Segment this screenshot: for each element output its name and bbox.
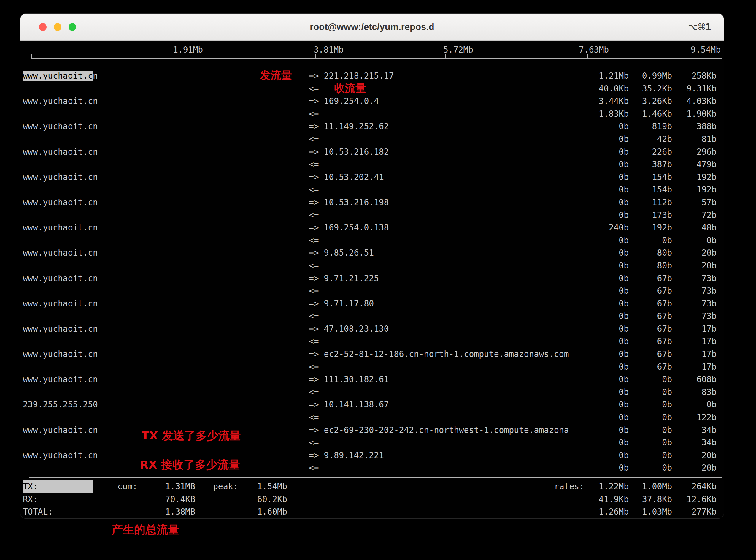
- source-host: www.yuchaoit.cn: [23, 120, 309, 133]
- peak-label: [213, 493, 240, 506]
- rx-arrow: <=: [309, 361, 584, 374]
- tx-line: www.yuchaoit.cn => 11.149.252.62 0b 819b…: [23, 120, 716, 133]
- rx-rate-10s: 154b: [629, 183, 672, 196]
- spacer: [92, 480, 118, 493]
- rx-rate-40s: 20b: [672, 260, 716, 272]
- tx-rate-40s: 608b: [672, 373, 716, 386]
- tx-rate-40s: 20b: [672, 449, 716, 462]
- rx-line: <= 0b 80b 20b: [23, 260, 716, 272]
- rx-arrow: <=: [309, 462, 584, 475]
- terminal-content[interactable]: 1.91Mb3.81Mb5.72Mb7.63Mb9.54Mb 发流量 收流量 T…: [20, 41, 724, 519]
- tx-rate-10s: 0b: [629, 449, 672, 462]
- tx-line: www.yuchaoit.cn => 9.85.26.51 0b 80b 20b: [23, 247, 716, 260]
- cum-value: 1.31MB: [142, 480, 195, 493]
- tx-rate-10s: 192b: [629, 221, 672, 234]
- rate-10s: 37.8Kb: [629, 493, 672, 506]
- peak-label: peak:: [213, 480, 240, 493]
- source-host: www.yuchaoit.cn: [23, 298, 309, 310]
- rx-rate-10s: 80b: [629, 260, 672, 272]
- tx-rate-40s: 0b: [672, 398, 716, 411]
- tx-arrow-destination: => 10.53.216.182: [309, 146, 584, 159]
- tx-line: www.yuchaoit.cn => 10.53.202.41 0b 154b …: [23, 171, 716, 184]
- connection-list: 发流量 收流量 TX 发送了多少流量 RX 接收了多少流量 www.yuchao…: [23, 70, 716, 475]
- rx-rate-2s: 0b: [584, 183, 629, 196]
- tx-line: www.yuchaoit.cn => 221.218.215.17 1.21Mb…: [23, 70, 716, 83]
- rx-rate-2s: 0b: [584, 310, 629, 323]
- minimize-button[interactable]: [54, 23, 61, 31]
- source-host-spacer: [23, 386, 309, 399]
- source-host: www.yuchaoit.cn: [23, 196, 309, 209]
- screen: root@www:/etc/yum.repos.d ⌥⌘1 1.91Mb3.81…: [0, 0, 756, 560]
- rx-rate-10s: 67b: [629, 285, 672, 298]
- peak-value: 60.2Kb: [240, 493, 287, 506]
- cum-value: 70.4KB: [142, 493, 195, 506]
- tx-rate-2s: 0b: [584, 171, 629, 184]
- rx-rate-2s: 0b: [584, 209, 629, 222]
- bandwidth-scale-ruler: 1.91Mb3.81Mb5.72Mb7.63Mb9.54Mb: [23, 41, 716, 70]
- scale-tick: [587, 54, 588, 59]
- rx-rate-2s: 0b: [584, 386, 629, 399]
- scale-line: [31, 59, 722, 59]
- window-shortcut-badge: ⌥⌘1: [688, 14, 711, 40]
- rate-2s: 41.9Kb: [584, 493, 629, 506]
- summary-label: RX:: [23, 493, 92, 506]
- tx-line: www.yuchaoit.cn => 9.71.17.80 0b 67b 73b: [23, 298, 716, 310]
- rx-rate-10s: 1.46Kb: [629, 108, 672, 121]
- summary-row: RX:70.4KB60.2Kb41.9Kb37.8Kb12.6Kb: [23, 493, 716, 506]
- source-host: 239.255.255.250: [23, 398, 309, 411]
- rx-line: <= 0b 0b 34b: [23, 437, 716, 449]
- rx-rate-10s: 0b: [629, 411, 672, 424]
- rx-rate-40s: 17b: [672, 361, 716, 374]
- zoom-button[interactable]: [68, 23, 76, 31]
- scale-label: 7.63Mb: [579, 44, 609, 56]
- tx-line: www.yuchaoit.cn => 10.53.216.198 0b 112b…: [23, 196, 716, 209]
- scale-tick: [445, 54, 446, 59]
- tx-arrow-destination: => 9.89.142.221: [309, 449, 584, 462]
- connection-pair: www.yuchaoit.cn => ec2-52-81-12-186.cn-n…: [23, 348, 716, 373]
- scale-label: 3.81Mb: [314, 44, 343, 56]
- tx-line: www.yuchaoit.cn => 169.254.0.138 240b 19…: [23, 221, 716, 234]
- rx-arrow: <=: [309, 209, 584, 222]
- tx-line: www.yuchaoit.cn => 111.30.182.61 0b 0b 6…: [23, 373, 716, 386]
- rx-rate-2s: 0b: [584, 437, 629, 449]
- connection-pair: www.yuchaoit.cn => 169.254.0.138 240b 19…: [23, 221, 716, 247]
- scale-label: 5.72Mb: [443, 44, 473, 56]
- tx-arrow-destination: => 10.53.202.41: [309, 171, 584, 184]
- rx-line: <= 40.0Kb 35.2Kb 9.31Kb: [23, 83, 716, 95]
- spacer: [287, 480, 551, 493]
- summary-row: TOTAL:1.38MB1.60Mb1.26Mb1.03Mb277Kb: [23, 506, 716, 518]
- rx-rate-10s: 67b: [629, 361, 672, 374]
- rx-line: <= 0b 0b 122b: [23, 411, 716, 424]
- titlebar[interactable]: root@www:/etc/yum.repos.d ⌥⌘1: [20, 14, 724, 41]
- source-host-spacer: [23, 108, 309, 121]
- rx-rate-40s: 1.90Kb: [672, 108, 716, 121]
- source-host: www.yuchaoit.cn: [23, 348, 309, 361]
- tx-rate-2s: 0b: [584, 146, 629, 159]
- rate-10s: 1.00Mb: [629, 480, 672, 493]
- connection-pair: www.yuchaoit.cn => 10.53.216.182 0b 226b…: [23, 146, 716, 171]
- source-host: www.yuchaoit.cn: [23, 171, 309, 184]
- tx-rate-2s: 0b: [584, 398, 629, 411]
- rx-arrow: <=: [309, 386, 584, 399]
- rx-rate-2s: 0b: [584, 335, 629, 348]
- tx-rate-40s: 57b: [672, 196, 716, 209]
- rx-rate-10s: 387b: [629, 158, 672, 171]
- rates-label: [551, 506, 584, 518]
- rx-arrow: <=: [309, 437, 584, 449]
- spacer: [287, 493, 551, 506]
- summary-separator: [29, 477, 722, 478]
- tx-rate-2s: 0b: [584, 348, 629, 361]
- source-host-spacer: [23, 411, 309, 424]
- rx-arrow: <=: [309, 133, 584, 146]
- source-host-spacer: [23, 83, 309, 95]
- cum-value: 1.38MB: [142, 506, 195, 518]
- tx-line: www.yuchaoit.cn => 10.53.216.182 0b 226b…: [23, 146, 716, 159]
- traffic-summary: TX:cum:1.31MBpeak:1.54Mbrates:1.22Mb1.00…: [23, 480, 716, 518]
- source-host-spacer: [23, 158, 309, 171]
- close-button[interactable]: [39, 23, 47, 31]
- tx-rate-2s: 0b: [584, 272, 629, 285]
- cum-label: [118, 493, 142, 506]
- rx-rate-2s: 0b: [584, 462, 629, 475]
- traffic-lights: [39, 14, 76, 40]
- summary-label: TX:: [23, 480, 92, 493]
